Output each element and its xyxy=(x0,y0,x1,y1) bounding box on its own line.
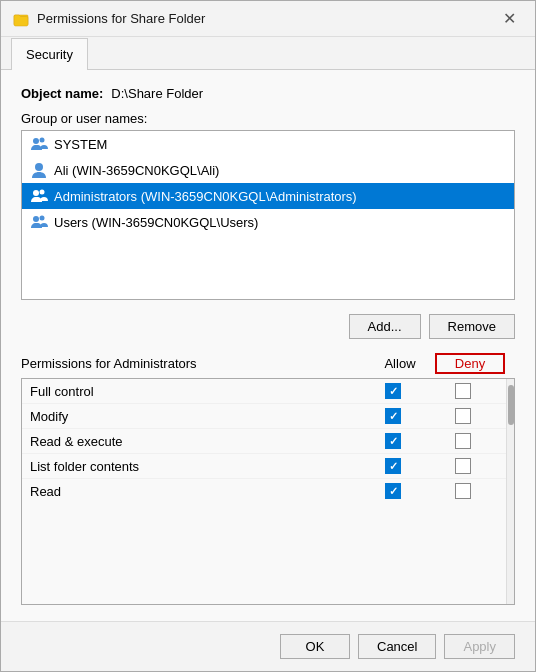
user-name-users: Users (WIN-3659CN0KGQL\Users) xyxy=(54,215,258,230)
allow-header: Allow xyxy=(365,356,435,371)
deny-checkbox-full-control[interactable] xyxy=(455,383,471,399)
add-remove-row: Add... Remove xyxy=(21,314,515,339)
svg-point-6 xyxy=(33,216,39,222)
allow-modify[interactable] xyxy=(358,408,428,424)
permissions-section: Permissions for Administrators Allow Den… xyxy=(21,349,515,605)
dialog-content: Object name: D:\Share Folder Group or us… xyxy=(1,70,535,621)
allow-read-execute[interactable] xyxy=(358,433,428,449)
perm-name-modify: Modify xyxy=(30,409,358,424)
tab-bar: Security xyxy=(1,37,535,70)
svg-point-7 xyxy=(40,216,45,221)
svg-point-5 xyxy=(40,190,45,195)
user-name-administrators: Administrators (WIN-3659CN0KGQL\Administ… xyxy=(54,189,357,204)
group-section: Group or user names: SYSTEM xyxy=(21,111,515,300)
svg-point-2 xyxy=(40,138,45,143)
deny-header: Deny xyxy=(435,353,505,374)
permissions-for-label: Permissions for Administrators xyxy=(21,356,365,371)
users-icon-users xyxy=(30,213,48,231)
allow-read[interactable] xyxy=(358,483,428,499)
perm-name-full-control: Full control xyxy=(30,384,358,399)
close-button[interactable]: ✕ xyxy=(495,8,523,30)
user-item-users[interactable]: Users (WIN-3659CN0KGQL\Users) xyxy=(22,209,514,235)
deny-list-folder[interactable] xyxy=(428,458,498,474)
allow-checkbox-read-execute[interactable] xyxy=(385,433,401,449)
user-name-ali: Ali (WIN-3659CN0KGQL\Ali) xyxy=(54,163,219,178)
tab-security[interactable]: Security xyxy=(11,38,88,70)
allow-list-folder[interactable] xyxy=(358,458,428,474)
perm-row-list-folder: List folder contents xyxy=(22,454,506,479)
deny-checkbox-read-execute[interactable] xyxy=(455,433,471,449)
allow-checkbox-modify[interactable] xyxy=(385,408,401,424)
permissions-header: Permissions for Administrators Allow Den… xyxy=(21,349,515,378)
deny-checkbox-read[interactable] xyxy=(455,483,471,499)
scrollbar-thumb[interactable] xyxy=(508,385,514,425)
user-item-administrators[interactable]: Administrators (WIN-3659CN0KGQL\Administ… xyxy=(22,183,514,209)
allow-checkbox-read[interactable] xyxy=(385,483,401,499)
title-bar-left: Permissions for Share Folder xyxy=(13,11,205,27)
user-icon-ali xyxy=(30,161,48,179)
object-name-row: Object name: D:\Share Folder xyxy=(21,86,515,101)
allow-checkbox-list-folder[interactable] xyxy=(385,458,401,474)
deny-modify[interactable] xyxy=(428,408,498,424)
user-item-ali[interactable]: Ali (WIN-3659CN0KGQL\Ali) xyxy=(22,157,514,183)
perm-row-read-execute: Read & execute xyxy=(22,429,506,454)
users-icon-system xyxy=(30,135,48,153)
cancel-button[interactable]: Cancel xyxy=(358,634,436,659)
dialog: Permissions for Share Folder ✕ Security … xyxy=(0,0,536,672)
apply-button[interactable]: Apply xyxy=(444,634,515,659)
deny-checkbox-list-folder[interactable] xyxy=(455,458,471,474)
perm-row-modify: Modify xyxy=(22,404,506,429)
deny-checkbox-modify[interactable] xyxy=(455,408,471,424)
scrollbar[interactable] xyxy=(506,379,514,604)
permissions-table-wrapper: Full control Modify xyxy=(21,378,515,605)
perm-name-list-folder: List folder contents xyxy=(30,459,358,474)
dialog-title: Permissions for Share Folder xyxy=(37,11,205,26)
folder-icon xyxy=(13,11,29,27)
perm-row-read: Read xyxy=(22,479,506,503)
remove-button[interactable]: Remove xyxy=(429,314,515,339)
object-name-label: Object name: xyxy=(21,86,103,101)
user-name-system: SYSTEM xyxy=(54,137,107,152)
object-name-value: D:\Share Folder xyxy=(111,86,203,101)
bottom-bar: OK Cancel Apply xyxy=(1,621,535,671)
svg-point-3 xyxy=(35,163,43,171)
deny-read-execute[interactable] xyxy=(428,433,498,449)
user-item-system[interactable]: SYSTEM xyxy=(22,131,514,157)
title-bar: Permissions for Share Folder ✕ xyxy=(1,1,535,37)
deny-full-control[interactable] xyxy=(428,383,498,399)
group-label: Group or user names: xyxy=(21,111,515,126)
users-list[interactable]: SYSTEM Ali (WIN-3659CN0KGQL\Ali) xyxy=(21,130,515,300)
perm-name-read-execute: Read & execute xyxy=(30,434,358,449)
deny-read[interactable] xyxy=(428,483,498,499)
add-button[interactable]: Add... xyxy=(349,314,421,339)
allow-full-control[interactable] xyxy=(358,383,428,399)
perm-row-full-control: Full control xyxy=(22,379,506,404)
ok-button[interactable]: OK xyxy=(280,634,350,659)
allow-checkbox-full-control[interactable] xyxy=(385,383,401,399)
svg-point-1 xyxy=(33,138,39,144)
users-icon-administrators xyxy=(30,187,48,205)
perm-name-read: Read xyxy=(30,484,358,499)
svg-point-4 xyxy=(33,190,39,196)
permissions-table: Full control Modify xyxy=(22,379,506,604)
